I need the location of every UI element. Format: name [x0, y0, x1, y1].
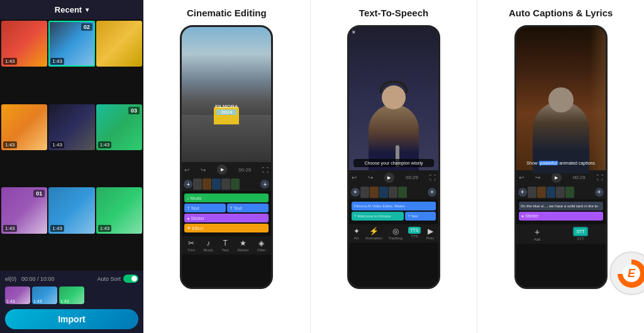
toolbar-item-art[interactable]: ✦ Art — [353, 227, 360, 240]
music-icon: ♪ — [206, 239, 210, 248]
media-cell-5[interactable]: 1:43 — [48, 104, 94, 150]
toolbar-item-tts[interactable]: TTS TTS — [408, 227, 420, 240]
music-label: Music — [203, 248, 213, 252]
toolbar-item-animation[interactable]: ⚡ Animation — [365, 227, 382, 240]
highlighted-word: powerful — [539, 161, 558, 165]
recent-label: Recent — [55, 5, 82, 14]
toolbar-item-prev[interactable]: ▶ Prev — [426, 227, 434, 240]
sticker-icon: ★ — [240, 239, 247, 248]
fullscreen-icon[interactable]: ⛶ — [430, 174, 436, 181]
text-label: Text — [222, 248, 229, 252]
feature-panel-tts: Text-To-Speech — [310, 0, 477, 333]
toolbar-item-text[interactable]: T Text — [222, 239, 229, 252]
toolbar-item-sticker[interactable]: ★ Sticker — [237, 239, 248, 252]
text-icon: T — [223, 239, 228, 248]
selection-label: el(0) — [5, 276, 16, 282]
duration-badge: 1:43 — [98, 225, 112, 232]
media-cell-2[interactable]: 02 1:43 — [48, 21, 94, 67]
track-label: Effect — [192, 226, 203, 231]
chevron-icon: ▾ — [86, 6, 89, 13]
thumb-strip: 1:43 1:43 1:43 — [5, 287, 138, 304]
fullscreen-icon[interactable]: ⛶ — [597, 174, 603, 181]
feature-title-captions: Auto Captions & Lyrics — [509, 8, 613, 19]
track-label: Sticker — [191, 216, 204, 221]
add-clip-button-right[interactable]: + — [260, 180, 269, 188]
media-cell-6[interactable]: 03 1:43 — [96, 104, 142, 150]
redo-icon[interactable]: ↪ — [201, 166, 206, 173]
number-badge: 03 — [128, 107, 140, 114]
phone-mockup-tts: ✕ Choose your champion wisely ↩ ↪ ▶ 00:2… — [347, 25, 440, 289]
strip-time: 1:43 — [60, 299, 69, 303]
redo-icon[interactable]: ↪ — [368, 174, 373, 181]
strip-time: 1:43 — [6, 299, 15, 303]
sticker-track: ● Sticker — [519, 212, 603, 221]
media-cell-4[interactable]: 1:43 — [1, 104, 47, 150]
strip-thumb-3[interactable]: 1:43 — [59, 287, 84, 304]
auto-sort-toggle[interactable] — [123, 275, 138, 283]
phone-screen: Recent ▾ 1:43 02 1:43 1:43 1:43 03 1:43 — [0, 0, 143, 333]
media-cell-8[interactable]: 1:43 — [48, 187, 94, 233]
feature-title-tts: Text-To-Speech — [359, 8, 428, 19]
bottom-toolbar-cinematic: ✂ Trim ♪ Music T Text ★ Sticker — [182, 236, 271, 254]
strip-time: 1:43 — [33, 299, 42, 303]
track-label: Sticker — [525, 214, 538, 218]
prev-icon: ▶ — [428, 227, 433, 236]
undo-icon[interactable]: ↩ — [184, 166, 189, 173]
duration-badge: 1:43 — [3, 225, 17, 232]
sticker-track: ● Sticker — [184, 214, 269, 222]
phone-mockup-cinematic: FILMORA2024 ↩ ↪ ▶ 00:29 ⛶ + — [180, 25, 273, 289]
filter-icon: ◈ — [258, 239, 264, 248]
add-clip-button-right[interactable]: + — [595, 188, 604, 197]
toolbar-item-tracking[interactable]: ◎ Tracking — [388, 227, 402, 240]
fullscreen-icon[interactable]: ⛶ — [262, 166, 269, 173]
toolbar-item-stt[interactable]: STT STT — [573, 227, 587, 241]
media-cell-1[interactable]: 1:43 — [1, 21, 47, 67]
features-container: Cinematic Editing FILMORA2024 ↩ ↪ — [143, 0, 644, 333]
add-clip-button[interactable]: + — [518, 188, 527, 197]
filmora-watermark: FILMORA2024 — [215, 104, 238, 115]
add-clip-button[interactable]: + — [184, 180, 192, 188]
undo-icon[interactable]: ↩ — [352, 174, 357, 181]
close-icon[interactable]: ✕ — [352, 30, 356, 35]
captions-timeline-tracks: On the blue si..., we have a solid tank … — [516, 199, 606, 224]
sticker-label: Sticker — [237, 248, 248, 252]
feature-panel-captions: Auto Captions & Lyrics Show powerful ani… — [477, 0, 644, 333]
track-label: Text — [191, 206, 199, 210]
redo-icon[interactable]: ↪ — [535, 174, 540, 181]
add-clip-button[interactable]: + — [351, 188, 360, 197]
strip-thumb-2[interactable]: 1:43 — [32, 287, 57, 304]
filter-label: Filter — [257, 248, 265, 252]
bottom-toolbar-captions: + Add STT STT — [516, 224, 606, 244]
undo-icon[interactable]: ↩ — [519, 174, 524, 181]
duration-badge: 1:43 — [3, 141, 17, 148]
mockup-controls: ↩ ↪ ▶ 00:29 ⛶ — [182, 162, 271, 177]
tts-timeline-strip: + + — [349, 185, 438, 199]
import-button[interactable]: Import — [5, 309, 138, 329]
filmora-logo: E — [609, 251, 644, 295]
track-label: Text — [234, 206, 242, 210]
tts-icon: TTS — [408, 227, 420, 234]
mockup-screen-captions: Show powerful animated captions ↩ ↪ ▶ 00… — [516, 27, 606, 287]
strip-thumb-1[interactable]: 1:43 — [5, 287, 30, 304]
toolbar-item-trim[interactable]: ✂ Trim — [187, 239, 195, 252]
phone-mockup-captions: Show powerful animated captions ↩ ↪ ▶ 00… — [514, 25, 608, 289]
duration-badge: 1:43 — [50, 141, 64, 148]
media-cell-9[interactable]: 1:43 — [96, 187, 142, 233]
text-track-1: T Text — [184, 204, 226, 212]
track-label: Music — [191, 196, 202, 200]
number-badge: 02 — [81, 23, 92, 31]
toolbar-item-filter[interactable]: ◈ Filter — [257, 239, 265, 252]
captions-video-area: Show powerful animated captions — [516, 27, 606, 170]
media-cell-7[interactable]: 01 1:43 — [1, 187, 47, 233]
play-button[interactable]: ▶ — [384, 173, 394, 183]
play-button[interactable]: ▶ — [552, 173, 562, 183]
animation-icon: ⚡ — [369, 227, 379, 236]
timecode-display: 00:29 — [406, 175, 418, 180]
animation-label: Animation — [365, 236, 382, 240]
logo-letter: E — [623, 265, 640, 282]
add-clip-button-right[interactable]: + — [428, 188, 436, 197]
toolbar-item-music[interactable]: ♪ Music — [203, 239, 213, 252]
media-cell-3[interactable] — [96, 21, 142, 67]
play-button[interactable]: ▶ — [217, 165, 227, 175]
toolbar-item-add[interactable]: + Add — [534, 227, 541, 241]
